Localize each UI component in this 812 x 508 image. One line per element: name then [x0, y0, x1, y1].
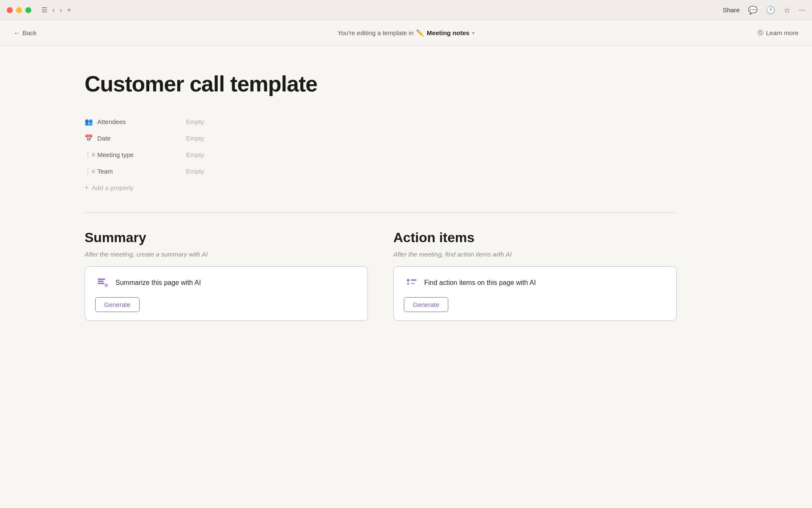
comment-icon[interactable]: 💬	[748, 6, 757, 15]
summary-generate-button[interactable]: Generate	[95, 297, 140, 312]
attendees-label-text: Attendees	[97, 118, 126, 125]
share-button[interactable]: Share	[723, 6, 740, 14]
summary-description: After the meeting, create a summary with…	[85, 251, 368, 258]
meeting-type-value[interactable]: Empty	[178, 151, 204, 158]
editing-notice: You're editing a template in ✏️ Meeting …	[337, 29, 475, 37]
action-items-description: After the meeting, find action items wit…	[393, 251, 677, 258]
summary-column: Summary After the meeting, create a summ…	[85, 230, 368, 321]
action-items-icon	[404, 275, 419, 290]
property-meeting-type: ⋮≡ Meeting type Empty	[85, 146, 465, 163]
property-attendees: 👥 Attendees Empty	[85, 113, 465, 130]
summary-title: Summary	[85, 230, 368, 246]
learn-more-button[interactable]: ⓪ Learn more	[757, 29, 798, 37]
back-arrow-icon: ←	[14, 29, 20, 36]
svg-text:✦: ✦	[105, 284, 108, 287]
list-icon-1: ⋮≡	[85, 151, 93, 159]
title-bar-right: Share 💬 🕐 ☆ ···	[723, 6, 805, 15]
people-icon: 👥	[85, 118, 93, 126]
summary-card-header: ✦ Summarize this page with AI	[95, 275, 357, 290]
svg-rect-7	[411, 279, 417, 281]
svg-rect-2	[98, 283, 104, 284]
plus-icon: +	[85, 184, 88, 191]
svg-rect-0	[98, 279, 105, 280]
team-label: ⋮≡ Team	[85, 167, 178, 175]
summary-ai-card: ✦ Summarize this page with AI Generate	[85, 266, 368, 321]
action-items-generate-button[interactable]: Generate	[404, 297, 448, 312]
top-bar: ← Back You're editing a template in ✏️ M…	[0, 20, 812, 46]
property-date: 📅 Date Empty	[85, 130, 465, 146]
back-nav-icon[interactable]: ‹	[52, 6, 55, 14]
forward-nav-icon[interactable]: ›	[60, 6, 62, 14]
new-tab-icon[interactable]: +	[67, 6, 71, 14]
calendar-icon: 📅	[85, 134, 93, 142]
list-icon-2: ⋮≡	[85, 167, 93, 175]
two-col-section: Summary After the meeting, create a summ…	[85, 230, 677, 321]
attendees-label: 👥 Attendees	[85, 118, 178, 126]
minimize-button[interactable]	[16, 7, 22, 13]
action-items-ai-card: Find action items on this page with AI G…	[393, 266, 677, 321]
traffic-lights	[7, 7, 31, 13]
back-button[interactable]: ← Back	[14, 29, 36, 36]
back-label: Back	[22, 29, 36, 36]
properties-section: 👥 Attendees Empty 📅 Date Empty ⋮≡ Meetin…	[85, 113, 465, 196]
action-items-card-header: Find action items on this page with AI	[404, 275, 666, 290]
nav-controls: ☰ ‹ › +	[41, 6, 71, 14]
meeting-type-label-text: Meeting type	[97, 151, 134, 158]
date-label: 📅 Date	[85, 134, 178, 142]
title-bar: ☰ ‹ › + Share 💬 🕐 ☆ ···	[0, 0, 812, 20]
date-value[interactable]: Empty	[178, 135, 204, 142]
svg-rect-1	[98, 281, 104, 282]
close-button[interactable]	[7, 7, 13, 13]
team-value[interactable]: Empty	[178, 168, 204, 175]
editing-prefix: You're editing a template in	[337, 29, 414, 36]
team-label-text: Team	[97, 168, 113, 175]
maximize-button[interactable]	[25, 7, 31, 13]
menu-icon[interactable]: ☰	[41, 6, 47, 14]
notebook-name[interactable]: Meeting notes	[427, 29, 469, 36]
summary-card-label: Summarize this page with AI	[115, 279, 201, 287]
notebook-emoji: ✏️	[416, 29, 424, 37]
main-content: Customer call template 👥 Attendees Empty…	[0, 46, 812, 508]
svg-rect-8	[411, 283, 415, 284]
favorite-icon[interactable]: ☆	[784, 6, 790, 15]
summarize-icon: ✦	[95, 275, 110, 290]
history-icon[interactable]: 🕐	[766, 6, 775, 15]
meeting-type-label: ⋮≡ Meeting type	[85, 151, 178, 159]
learn-more-label: Learn more	[766, 29, 798, 36]
attendees-value[interactable]: Empty	[178, 118, 204, 125]
page-title[interactable]: Customer call template	[85, 71, 727, 97]
svg-point-6	[407, 282, 409, 285]
help-circle-icon: ⓪	[757, 29, 763, 37]
add-property-label: Add a property	[92, 184, 133, 191]
action-items-title: Action items	[393, 230, 677, 246]
svg-point-5	[407, 279, 409, 282]
more-options-icon[interactable]: ···	[799, 6, 805, 14]
dropdown-chevron-icon: ▾	[472, 30, 475, 36]
action-items-column: Action items After the meeting, find act…	[393, 230, 677, 321]
action-items-card-label: Find action items on this page with AI	[424, 279, 536, 287]
section-divider	[85, 213, 677, 213]
property-team: ⋮≡ Team Empty	[85, 163, 465, 179]
add-property-button[interactable]: + Add a property	[85, 179, 465, 196]
date-label-text: Date	[97, 135, 111, 142]
